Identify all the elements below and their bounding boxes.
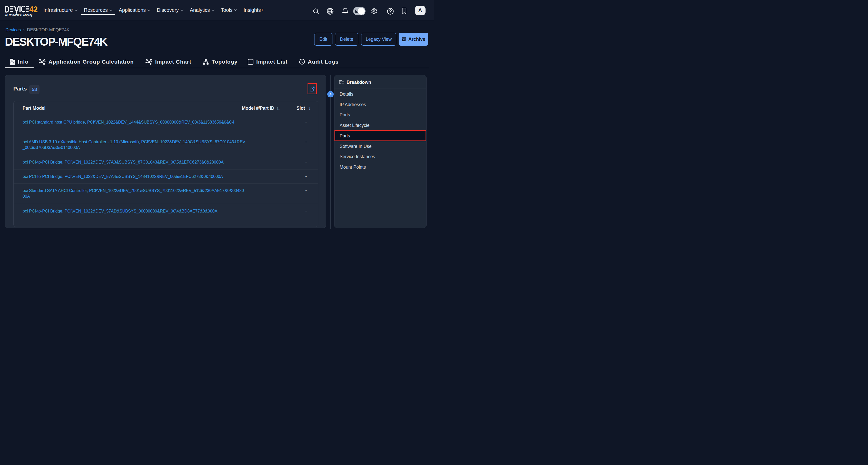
svg-text:42: 42	[29, 6, 38, 14]
svg-text:A Freshworks Company: A Freshworks Company	[5, 13, 32, 17]
